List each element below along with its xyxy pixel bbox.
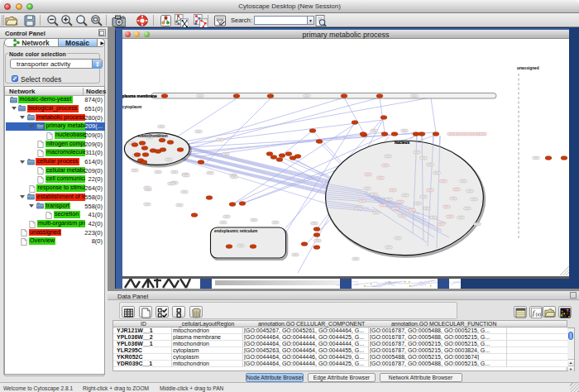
svg-text:(x): (x) (535, 311, 541, 316)
svg-text:unassigned: unassigned (517, 66, 539, 70)
svg-text:nucleus: nucleus (395, 141, 409, 145)
svg-text:cytoplasm: cytoplasm (122, 105, 141, 109)
svg-text:plasma membrane: plasma membrane (122, 94, 157, 98)
svg-text:endoplasmic reticulum: endoplasmic reticulum (214, 229, 257, 233)
svg-text:mitochondrion: mitochondrion (140, 134, 168, 138)
